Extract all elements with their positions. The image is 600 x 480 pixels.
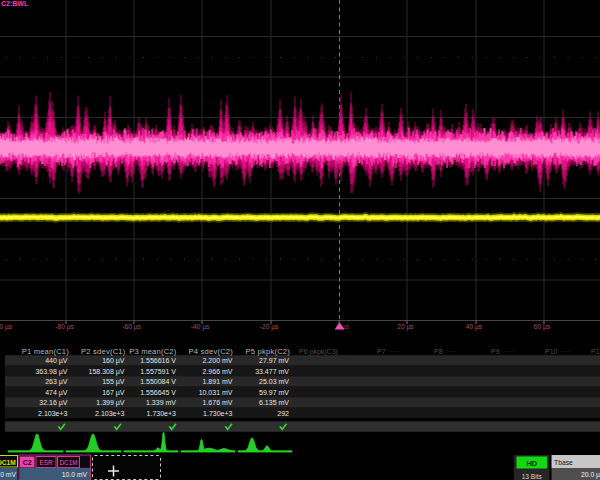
svg-text:10.0 mV: 10.0 mV — [0, 471, 16, 478]
svg-text:20.0 µ: 20.0 µ — [581, 471, 600, 479]
svg-text:33.477 mV: 33.477 mV — [255, 368, 289, 375]
svg-text:DC1M: DC1M — [59, 459, 77, 466]
svg-text:1.730e+3: 1.730e+3 — [203, 410, 232, 417]
svg-text:P3 mean(C2): P3 mean(C2) — [129, 347, 177, 356]
svg-text:13 Bits: 13 Bits — [522, 473, 543, 480]
svg-text:363.98 µV: 363.98 µV — [35, 368, 67, 376]
svg-text:P5 pkpk(C2): P5 pkpk(C2) — [246, 347, 291, 356]
svg-text:1.339 mV: 1.339 mV — [146, 399, 176, 406]
svg-text:1.399 µV: 1.399 µV — [96, 399, 124, 407]
svg-text:158.308 µV: 158.308 µV — [89, 368, 125, 376]
svg-text:C2: C2 — [23, 459, 32, 466]
svg-text:27.97 mV: 27.97 mV — [259, 357, 289, 364]
svg-text:P2 sdev(C1): P2 sdev(C1) — [81, 347, 126, 356]
svg-text:32.16 µV: 32.16 µV — [39, 399, 67, 407]
svg-text:167 µV: 167 µV — [102, 389, 125, 397]
svg-text:155 µV: 155 µV — [102, 378, 125, 386]
svg-text:-80 µs: -80 µs — [55, 323, 74, 331]
svg-text:1.550084 V: 1.550084 V — [140, 378, 176, 385]
svg-text:292: 292 — [277, 410, 289, 417]
svg-text:59.97 mV: 59.97 mV — [259, 389, 289, 396]
svg-text:····: ···· — [390, 348, 399, 355]
svg-text:1.730e+3: 1.730e+3 — [147, 410, 176, 417]
svg-text:HD: HD — [526, 459, 537, 468]
svg-text:2.200 mV: 2.200 mV — [203, 357, 233, 364]
svg-text:263 µV: 263 µV — [45, 378, 68, 386]
svg-text:-20 µs: -20 µs — [260, 323, 279, 331]
svg-text:····: ···· — [561, 348, 570, 355]
svg-text:1.891 mV: 1.891 mV — [203, 378, 233, 385]
svg-text:2.103e+3: 2.103e+3 — [38, 410, 67, 417]
svg-text:10.0 mV: 10.0 mV — [62, 471, 88, 478]
svg-text:P4 sdev(C2): P4 sdev(C2) — [189, 347, 234, 356]
svg-text:1.556616 V: 1.556616 V — [140, 357, 176, 364]
svg-text:160 µV: 160 µV — [102, 357, 125, 365]
svg-text:P8: P8 — [434, 348, 443, 355]
svg-text:6.135 mV: 6.135 mV — [259, 399, 289, 406]
svg-text:C2:BWL: C2:BWL — [1, 0, 29, 7]
svg-text:DC1M: DC1M — [0, 459, 16, 466]
svg-text:60 µs: 60 µs — [534, 323, 551, 331]
svg-text:1.676 mV: 1.676 mV — [203, 399, 233, 406]
svg-text:····: ···· — [504, 348, 513, 355]
svg-text:P9: P9 — [491, 348, 500, 355]
svg-text:····: ···· — [447, 348, 456, 355]
svg-text:-100 µs: -100 µs — [0, 323, 13, 331]
svg-text:1.557591 V: 1.557591 V — [140, 368, 176, 375]
svg-text:2.966 mV: 2.966 mV — [203, 368, 233, 375]
svg-text:-60 µs: -60 µs — [122, 323, 141, 331]
svg-text:440 µV: 440 µV — [45, 357, 68, 365]
svg-text:2.103e+3: 2.103e+3 — [95, 410, 124, 417]
svg-text:Tbase: Tbase — [554, 459, 573, 466]
svg-text:474 µV: 474 µV — [45, 389, 68, 397]
svg-text:40 µs: 40 µs — [466, 323, 483, 331]
svg-text:20 µs: 20 µs — [397, 323, 414, 331]
svg-text:ESR: ESR — [39, 459, 53, 466]
svg-text:P6 pkpk(C3): P6 pkpk(C3) — [299, 348, 338, 356]
svg-text:1.556645 V: 1.556645 V — [140, 389, 176, 396]
svg-text:25.03 mV: 25.03 mV — [259, 378, 289, 385]
svg-text:P10: P10 — [545, 348, 558, 355]
svg-text:P7: P7 — [377, 348, 386, 355]
svg-text:10.031 mV: 10.031 mV — [199, 389, 233, 396]
svg-text:P1 mean(C1): P1 mean(C1) — [22, 347, 70, 356]
svg-text:P1: P1 — [591, 348, 600, 355]
svg-text:-40 µs: -40 µs — [191, 323, 210, 331]
